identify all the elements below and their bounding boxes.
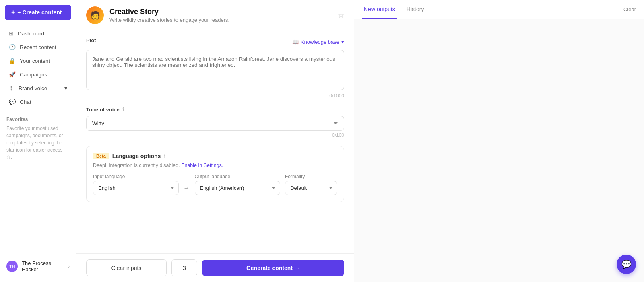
user-name: The Process Hacker — [22, 260, 64, 272]
sidebar-item-label: Brand voice — [19, 85, 47, 91]
output-language-label: Output language — [195, 174, 281, 179]
main-area: 🧑 Creative Story Write wildly creative s… — [76, 0, 644, 282]
tone-label-text: Tone of voice — [86, 107, 120, 113]
input-language-label: Input language — [93, 174, 179, 179]
plot-section-header: Plot 📖 Knowledge base ▾ — [86, 37, 344, 47]
language-options-section: Beta Language options ℹ DeepL integratio… — [86, 146, 344, 202]
favorites-title: Favorites — [6, 117, 70, 122]
tab-new-outputs-label: New outputs — [364, 6, 395, 12]
bottom-bar: Clear inputs Generate content → — [76, 253, 354, 282]
avatar-initials: TH — [9, 264, 15, 269]
input-language-select[interactable]: English Spanish French German Italian — [93, 181, 179, 195]
clear-inputs-label: Clear inputs — [111, 265, 142, 271]
output-language-select[interactable]: English (American) English (British) Spa… — [195, 181, 281, 195]
chat-bubble-icon: 💬 — [621, 259, 632, 269]
language-info-icon[interactable]: ℹ — [164, 153, 166, 159]
knowledge-base-label: Knowledge base — [301, 39, 339, 45]
enable-settings-link[interactable]: Enable in Settings. — [181, 163, 223, 168]
clock-icon: 🕐 — [9, 44, 16, 50]
page-subtitle: Write wildly creative stories to engage … — [109, 17, 332, 23]
clear-outputs-label: Clear — [623, 6, 636, 12]
formality-select[interactable]: Default Formal Informal — [285, 181, 337, 195]
language-header: Beta Language options ℹ — [93, 153, 337, 159]
avatar: TH — [6, 261, 18, 272]
page-header: 🧑 Creative Story Write wildly creative s… — [76, 0, 354, 29]
sidebar: + + Create content ⊞ Dashboard 🕐 Recent … — [0, 0, 76, 282]
count-input[interactable] — [171, 259, 197, 276]
beta-badge: Beta — [93, 153, 109, 159]
page-title: Creative Story — [109, 8, 332, 16]
plot-section: Plot 📖 Knowledge base ▾ 0/1000 — [76, 29, 354, 99]
sidebar-item-chat[interactable]: 💬 Chat — [2, 95, 74, 108]
create-content-button[interactable]: + + Create content — [5, 5, 71, 20]
sidebar-item-dashboard[interactable]: ⊞ Dashboard — [2, 27, 74, 40]
tone-select[interactable]: Witty Formal Casual Friendly Professiona… — [86, 116, 344, 131]
chevron-down-icon: ▾ — [64, 85, 67, 91]
user-profile[interactable]: TH The Process Hacker › — [0, 255, 76, 277]
sidebar-item-label: Recent content — [20, 44, 56, 50]
plot-input[interactable] — [86, 50, 344, 90]
output-language-group: Output language English (American) Engli… — [195, 174, 281, 195]
sidebar-item-label: Campaigns — [20, 72, 47, 78]
outputs-area — [354, 19, 644, 282]
right-panel: New outputs History Clear — [354, 0, 644, 282]
sidebar-item-campaigns[interactable]: 🚀 Campaigns — [2, 68, 74, 81]
sidebar-item-recent-content[interactable]: 🕐 Recent content — [2, 41, 74, 54]
favorites-section: Favorites Favorite your most used campai… — [0, 112, 76, 166]
generate-content-button[interactable]: Generate content → — [202, 260, 344, 276]
plot-label: Plot — [86, 37, 96, 43]
rocket-icon: 🚀 — [9, 71, 16, 78]
plot-char-count: 0/1000 — [86, 93, 344, 99]
formality-label: Formality — [285, 174, 337, 179]
sidebar-item-label: Chat — [20, 99, 31, 105]
create-content-label: + Create content — [17, 9, 62, 16]
knowledge-base-button[interactable]: 📖 Knowledge base ▾ — [292, 39, 344, 45]
tab-history[interactable]: History — [405, 0, 426, 19]
chevron-down-icon: ▾ — [341, 39, 344, 45]
favorites-description: Favorite your most used campaigns, docum… — [6, 125, 70, 161]
dashboard-icon: ⊞ — [9, 30, 14, 37]
form-panel: 🧑 Creative Story Write wildly creative s… — [76, 0, 354, 282]
book-icon: 📖 — [292, 39, 299, 45]
tone-select-wrapper: Witty Formal Casual Friendly Professiona… — [86, 116, 344, 131]
chat-icon: 💬 — [9, 99, 16, 105]
chevron-right-icon: › — [68, 263, 70, 269]
generate-content-label: Generate content → — [246, 265, 300, 271]
chat-bubble-button[interactable]: 💬 — [617, 255, 636, 274]
lock-icon: 🔒 — [9, 58, 16, 64]
input-language-group: Input language English Spanish French Ge… — [93, 174, 179, 195]
deepl-notice-text: DeepL integration is currently disabled. — [93, 163, 180, 168]
sidebar-item-brand-voice[interactable]: 🎙 Brand voice ▾ — [2, 82, 74, 95]
formality-group: Formality Default Formal Informal — [285, 174, 337, 195]
title-block: Creative Story Write wildly creative sto… — [109, 8, 332, 23]
tab-new-outputs[interactable]: New outputs — [362, 0, 397, 19]
clear-outputs-button[interactable]: Clear — [623, 6, 636, 12]
language-options-title: Language options — [112, 153, 161, 159]
plus-icon: + — [11, 9, 15, 16]
sidebar-item-label: Dashboard — [18, 31, 44, 37]
arrow-right-icon: → — [184, 177, 190, 192]
content-area: 🧑 Creative Story Write wildly creative s… — [76, 0, 644, 282]
sidebar-item-label: Your content — [20, 58, 50, 64]
deepl-notice: DeepL integration is currently disabled.… — [93, 163, 337, 168]
tab-history-label: History — [407, 6, 424, 12]
tone-section: Tone of voice ℹ Witty Formal Casual Frie… — [76, 99, 354, 138]
language-row: Input language English Spanish French Ge… — [93, 174, 337, 195]
template-avatar: 🧑 — [86, 6, 104, 24]
tone-label: Tone of voice ℹ — [86, 107, 344, 113]
sidebar-item-your-content[interactable]: 🔒 Your content — [2, 54, 74, 67]
right-panel-header: New outputs History Clear — [354, 0, 644, 19]
favorite-button[interactable]: ☆ — [338, 11, 344, 20]
clear-inputs-button[interactable]: Clear inputs — [86, 259, 167, 276]
tone-info-icon[interactable]: ℹ — [122, 107, 124, 113]
microphone-icon: 🎙 — [9, 85, 14, 91]
tone-char-count: 0/100 — [86, 132, 344, 138]
